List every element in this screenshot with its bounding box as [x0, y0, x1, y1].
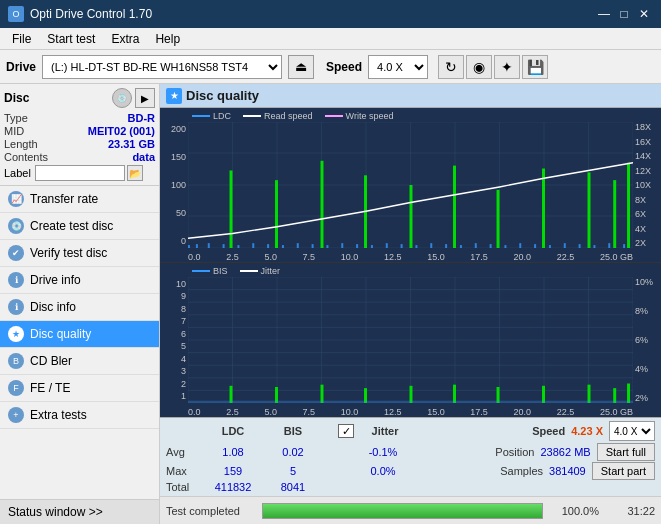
toolbar-btn-1[interactable]: ↻ [438, 55, 464, 79]
chart1-yr-18: 18X [635, 122, 659, 132]
stats-row-total-label: Total [166, 481, 202, 493]
length-value: 23.31 GB [108, 138, 155, 150]
status-window-button[interactable]: Status window >> [0, 499, 159, 524]
start-part-button[interactable]: Start part [592, 462, 655, 480]
jitter-legend-label: Jitter [261, 266, 281, 276]
nav-transfer-rate-label: Transfer rate [30, 192, 98, 206]
length-label: Length [4, 138, 38, 150]
chart2-x-225: 22.5 [557, 407, 575, 417]
chart2-yr-6: 6% [635, 335, 659, 345]
svg-rect-30 [386, 243, 388, 248]
disc-panel: Disc 💿 ▶ Type BD-R MID MEIT02 (001) Leng… [0, 84, 159, 186]
nav-disc-quality-label: Disc quality [30, 327, 91, 341]
chart2-wrapper: BIS Jitter 10 9 8 7 6 5 4 [160, 262, 661, 417]
chart2-y-6: 6 [162, 329, 186, 339]
svg-rect-22 [267, 244, 269, 248]
ldc-legend-color [192, 115, 210, 117]
toolbar-btn-4[interactable]: 💾 [522, 55, 548, 79]
nav-drive-info-label: Drive info [30, 273, 81, 287]
stats-panel: LDC BIS ✓ Jitter Speed 4.23 X 4.0 X Avg … [160, 417, 661, 496]
svg-rect-57 [627, 163, 630, 248]
stats-row-max-label: Max [166, 465, 202, 477]
menu-help[interactable]: Help [147, 30, 188, 48]
close-button[interactable]: ✕ [635, 5, 653, 23]
menu-start-test[interactable]: Start test [39, 30, 103, 48]
stats-col-ldc: LDC [204, 425, 262, 437]
drive-select[interactable]: (L:) HL-DT-ST BD-RE WH16NS58 TST4 [42, 55, 282, 79]
svg-rect-37 [490, 244, 492, 248]
stats-speed-value: 4.23 X [571, 425, 603, 437]
chart2-y-10: 10 [162, 279, 186, 289]
chart1-y-100: 100 [162, 180, 186, 190]
stats-max-jitter: 0.0% [354, 465, 412, 477]
stats-max-bis: 5 [264, 465, 322, 477]
svg-rect-88 [588, 385, 591, 403]
nav-verify-test[interactable]: ✔ Verify test disc [0, 240, 159, 267]
disc-btn[interactable]: ▶ [135, 88, 155, 108]
maximize-button[interactable]: □ [615, 5, 633, 23]
chart1-x-200: 20.0 [514, 252, 532, 262]
nav-cd-bler[interactable]: B CD Bler [0, 348, 159, 375]
chart1-x-175: 17.5 [470, 252, 488, 262]
type-value: BD-R [128, 112, 156, 124]
fe-te-icon: F [8, 380, 24, 396]
progress-area: Test completed 100.0% 31:22 [160, 496, 661, 524]
minimize-button[interactable]: — [595, 5, 613, 23]
svg-rect-84 [410, 386, 413, 403]
stats-avg-ldc: 1.08 [204, 446, 262, 458]
nav-create-test-label: Create test disc [30, 219, 113, 233]
svg-rect-40 [534, 244, 536, 248]
nav-disc-info[interactable]: ℹ Disc info [0, 294, 159, 321]
chart1-x-250: 25.0 GB [600, 252, 633, 262]
menu-file[interactable]: File [4, 30, 39, 48]
chart1-yr-6: 6X [635, 209, 659, 219]
stats-speed-select[interactable]: 4.0 X [609, 421, 655, 441]
nav-extra-tests[interactable]: + Extra tests [0, 402, 159, 429]
nav-create-test[interactable]: 💿 Create test disc [0, 213, 159, 240]
chart1-x-100: 10.0 [341, 252, 359, 262]
menu-extra[interactable]: Extra [103, 30, 147, 48]
bis-legend-color [192, 270, 210, 272]
legend-bis: BIS [192, 266, 228, 276]
toolbar-btn-2[interactable]: ◉ [466, 55, 492, 79]
menu-bar: File Start test Extra Help [0, 28, 661, 50]
svg-rect-87 [542, 386, 545, 403]
app-icon: O [8, 6, 24, 22]
main-area: Disc 💿 ▶ Type BD-R MID MEIT02 (001) Leng… [0, 84, 661, 524]
eject-button[interactable]: ⏏ [288, 55, 314, 79]
chart1-x-50: 5.0 [264, 252, 277, 262]
stats-position-value: 23862 MB [540, 446, 590, 458]
svg-rect-46 [623, 244, 625, 248]
disc-quality-header-icon: ★ [166, 88, 182, 104]
svg-rect-21 [252, 243, 254, 248]
svg-rect-35 [460, 245, 462, 248]
create-test-icon: 💿 [8, 218, 24, 234]
label-browse-button[interactable]: 📂 [127, 165, 143, 181]
svg-rect-16 [188, 245, 190, 248]
chart1-x-0: 0.0 [188, 252, 201, 262]
jitter-checkbox[interactable]: ✓ [338, 424, 354, 438]
chart2-x-250: 25.0 GB [600, 407, 633, 417]
start-full-button[interactable]: Start full [597, 443, 655, 461]
nav-disc-quality[interactable]: ★ Disc quality [0, 321, 159, 348]
speed-label: Speed [326, 60, 362, 74]
svg-rect-82 [321, 385, 324, 403]
chart2-x-0: 0.0 [188, 407, 201, 417]
chart2-y-1: 1 [162, 391, 186, 401]
toolbar-btn-3[interactable]: ✦ [494, 55, 520, 79]
svg-rect-20 [237, 245, 239, 248]
svg-rect-42 [564, 243, 566, 248]
disc-icon[interactable]: 💿 [112, 88, 132, 108]
chart2-y-axis-left: 10 9 8 7 6 5 4 3 2 1 [160, 277, 188, 403]
label-input[interactable] [35, 165, 125, 181]
cd-bler-icon: B [8, 353, 24, 369]
nav-fe-te[interactable]: F FE / TE [0, 375, 159, 402]
stats-row-avg-label: Avg [166, 446, 202, 458]
stats-total-ldc: 411832 [204, 481, 262, 493]
speed-select[interactable]: 4.0 X [368, 55, 428, 79]
nav-transfer-rate[interactable]: 📈 Transfer rate [0, 186, 159, 213]
svg-rect-33 [430, 243, 432, 248]
nav-drive-info[interactable]: ℹ Drive info [0, 267, 159, 294]
svg-rect-91 [188, 401, 633, 403]
chart1-x-125: 12.5 [384, 252, 402, 262]
